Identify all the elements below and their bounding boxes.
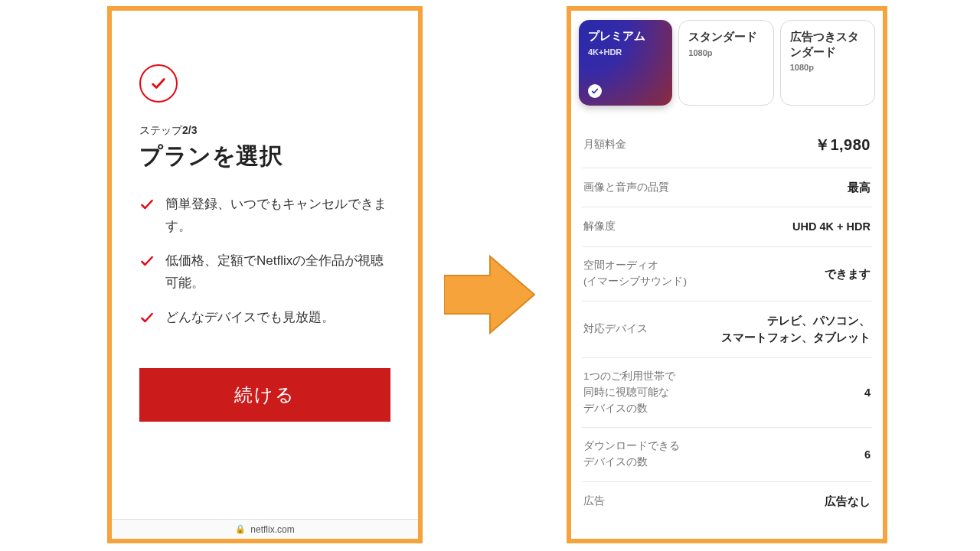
step-prefix: ステップ (139, 124, 182, 136)
address-bar: 🔒 netflix.com (112, 519, 418, 539)
feature-value: テレビ、パソコン、スマートフォン、タブレット (721, 312, 871, 347)
plan-tab-subtitle: 1080p (790, 63, 865, 72)
check-icon (139, 253, 155, 269)
feature-label: 画像と音声の品質 (583, 180, 669, 196)
plan-tab-subtitle: 1080p (688, 48, 763, 57)
feature-value: 4 (864, 384, 871, 401)
selected-check-icon (588, 84, 602, 98)
plan-tab-title: 広告つきスタンダード (790, 30, 865, 60)
plan-tab-title: プレミアム (588, 29, 663, 44)
check-icon (139, 197, 155, 212)
benefit-item: 低価格、定額でNetflixの全作品が視聴可能。 (139, 250, 390, 295)
lock-icon: 🔒 (235, 524, 246, 534)
url-text: netflix.com (250, 524, 294, 535)
feature-row-simultaneous: 1つのご利用世帯で同時に視聴可能なデバイスの数 4 (582, 358, 872, 429)
benefit-list: 簡単登録、いつでもキャンセルできます。 低価格、定額でNetflixの全作品が視… (139, 194, 390, 341)
plan-tab-premium[interactable]: プレミアム 4K+HDR (579, 20, 672, 106)
plan-details-panel: プレミアム 4K+HDR スタンダード 1080p 広告つきスタンダード 108… (567, 6, 887, 543)
plan-tab-standard[interactable]: スタンダード 1080p (678, 20, 773, 106)
feature-value: できます (825, 266, 871, 282)
benefit-text: 低価格、定額でNetflixの全作品が視聴可能。 (165, 250, 390, 295)
feature-row-price: 月額料金 ￥1,980 (582, 122, 872, 168)
feature-value: ￥1,980 (815, 133, 871, 157)
benefit-item: 簡単登録、いつでもキャンセルできます。 (139, 194, 390, 238)
benefit-text: どんなデバイスでも見放題。 (165, 307, 335, 329)
plan-tabs: プレミアム 4K+HDR スタンダード 1080p 広告つきスタンダード 108… (579, 20, 875, 106)
feature-label: 空間オーディオ(イマーシブサウンド) (583, 258, 687, 290)
check-icon (139, 310, 155, 325)
feature-row-devices: 対応デバイス テレビ、パソコン、スマートフォン、タブレット (582, 302, 872, 358)
feature-label: 1つのご利用世帯で同時に視聴可能なデバイスの数 (583, 369, 675, 417)
feature-label: 広告 (583, 494, 605, 510)
page-title: プランを選択 (139, 141, 390, 172)
feature-row-ads: 広告 広告なし (582, 482, 872, 520)
plan-feature-list: 月額料金 ￥1,980 画像と音声の品質 最高 解像度 UHD 4K + HDR… (579, 122, 875, 521)
feature-row-resolution: 解像度 UHD 4K + HDR (582, 207, 872, 246)
feature-value: UHD 4K + HDR (792, 218, 871, 235)
feature-value: 6 (864, 446, 871, 463)
benefit-item: どんなデバイスでも見放題。 (139, 307, 390, 329)
step-indicator: ステップ2/3 (139, 124, 390, 138)
plan-tab-title: スタンダード (688, 30, 763, 45)
feature-row-spatial-audio: 空間オーディオ(イマーシブサウンド) できます (582, 247, 872, 302)
feature-row-quality: 画像と音声の品質 最高 (582, 168, 872, 207)
signup-step-panel: ステップ2/3 プランを選択 簡単登録、いつでもキャンセルできます。 低価格、定… (107, 6, 423, 543)
feature-value: 広告なし (825, 493, 871, 510)
plan-tab-ad-standard[interactable]: 広告つきスタンダード 1080p (780, 20, 875, 106)
feature-label: 解像度 (583, 219, 616, 235)
step-value: 2/3 (182, 124, 197, 136)
arrow-right-icon (444, 253, 536, 337)
feature-label: ダウンロードできるデバイスの数 (583, 439, 680, 471)
feature-value: 最高 (848, 179, 871, 196)
feature-row-downloads: ダウンロードできるデバイスの数 6 (582, 428, 872, 482)
svg-marker-0 (444, 256, 534, 333)
continue-button[interactable]: 続ける (139, 368, 390, 422)
feature-label: 月額料金 (583, 137, 626, 153)
plan-tab-subtitle: 4K+HDR (588, 47, 663, 57)
benefit-text: 簡単登録、いつでもキャンセルできます。 (165, 194, 390, 238)
feature-label: 対応デバイス (583, 321, 648, 337)
check-circle-icon (139, 64, 178, 103)
